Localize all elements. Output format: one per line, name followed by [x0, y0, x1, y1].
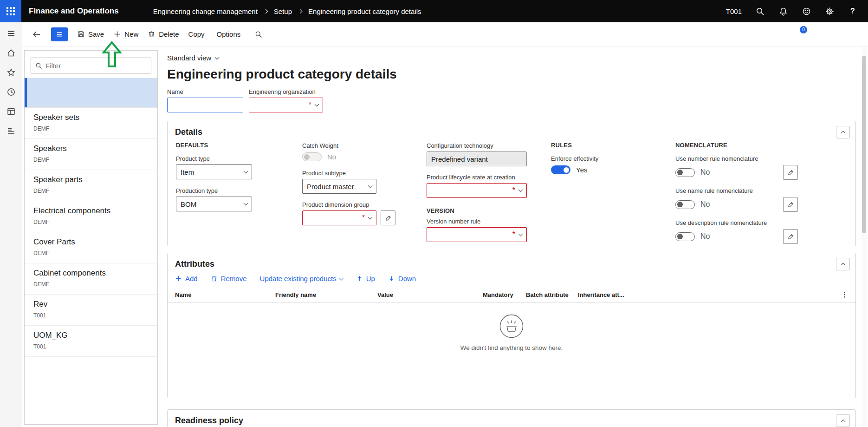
move-up-button[interactable]: Up — [356, 275, 375, 282]
column-header-batch-attribute[interactable]: Batch attribute — [526, 291, 578, 298]
up-label: Up — [366, 275, 375, 282]
chevron-down-icon — [518, 188, 523, 192]
name-rule-nomenclature-toggle[interactable] — [675, 200, 695, 209]
list-item[interactable]: Speakers DEMF — [25, 139, 157, 170]
required-asterisk: * — [309, 101, 311, 109]
actionbar-search-icon[interactable] — [253, 29, 264, 39]
breadcrumb-item-page[interactable]: Engineering product category details — [308, 7, 421, 15]
category-org: DEMF — [33, 219, 151, 225]
star-icon[interactable] — [6, 68, 16, 77]
category-name: Speaker sets — [33, 113, 151, 122]
lifecycle-state-combobox[interactable]: * — [427, 183, 527, 198]
copy-button[interactable]: Copy — [188, 30, 205, 38]
filter-input[interactable] — [45, 62, 147, 70]
list-item[interactable]: Speaker sets DEMF — [25, 108, 157, 139]
smiley-feedback-icon[interactable] — [801, 6, 811, 16]
version-number-rule-combobox[interactable]: * — [427, 227, 527, 242]
name-field-group: Name — [167, 88, 243, 112]
production-type-dropdown[interactable]: BOM — [176, 197, 252, 211]
list-item-selected-new[interactable] — [25, 78, 157, 108]
enforce-effectivity-label: Enforce effectivity — [551, 155, 675, 162]
top-navigation-bar: Finance and Operations Engineering chang… — [0, 0, 868, 22]
category-name: Speaker parts — [33, 175, 151, 184]
save-icon — [77, 30, 85, 38]
header-fields: Name Engineering organization * — [167, 88, 856, 112]
update-existing-products-button[interactable]: Update existing products — [260, 275, 343, 282]
list-icon[interactable] — [6, 126, 16, 136]
category-org: DEMF — [33, 125, 151, 132]
list-item[interactable]: Electrical components DEMF — [25, 201, 157, 232]
column-header-value[interactable]: Value — [377, 291, 483, 298]
product-subtype-dropdown[interactable]: Product master — [302, 179, 376, 194]
breadcrumb-item-setup[interactable]: Setup — [274, 7, 292, 15]
help-icon[interactable]: ? — [848, 6, 858, 16]
category-list-panel: Speaker sets DEMF Speakers DEMF Speaker … — [24, 50, 158, 425]
catch-weight-value: No — [327, 153, 336, 161]
filter-box — [31, 58, 151, 73]
open-in-new-icon[interactable] — [849, 29, 859, 39]
description-rule-nomenclature-value: No — [700, 232, 710, 241]
app-launcher-button[interactable] — [0, 0, 21, 22]
name-field-label: Name — [167, 88, 243, 95]
list-item[interactable]: Speaker parts DEMF — [25, 170, 157, 201]
name-rule-nomenclature-label: Use name rule nomenclature — [675, 187, 798, 194]
bell-icon[interactable] — [778, 6, 788, 16]
diamond-icon[interactable] — [759, 29, 770, 39]
delete-button[interactable]: Delete — [148, 30, 179, 38]
environment-label[interactable]: T001 — [726, 7, 742, 15]
product-subtype-label: Product subtype — [302, 170, 427, 177]
search-icon[interactable] — [755, 6, 765, 16]
edit-name-rule-button[interactable] — [783, 197, 798, 212]
column-header-inheritance[interactable]: Inheritance att... — [578, 291, 841, 298]
attributes-collapse-button[interactable] — [836, 258, 850, 270]
refresh-icon[interactable] — [826, 29, 836, 39]
list-item[interactable]: UOM_KG T001 — [25, 326, 157, 357]
readiness-collapse-button[interactable] — [836, 414, 850, 427]
remove-attribute-button[interactable]: Remove — [211, 275, 247, 282]
add-attribute-button[interactable]: Add — [175, 275, 198, 282]
name-input[interactable] — [167, 98, 243, 112]
description-rule-nomenclature-toggle[interactable] — [675, 232, 695, 241]
new-button[interactable]: New — [113, 30, 138, 38]
move-down-button[interactable]: Down — [388, 275, 416, 282]
product-type-dropdown[interactable]: Item — [176, 164, 252, 179]
gear-icon[interactable] — [824, 6, 835, 16]
edit-dimension-group-button[interactable] — [381, 210, 395, 225]
edit-description-rule-button[interactable] — [783, 229, 798, 244]
details-body: DEFAULTS Product type Item Production ty… — [168, 137, 855, 244]
copy-label: Copy — [188, 30, 205, 38]
chevron-down-icon — [368, 184, 373, 188]
chevron-down-icon — [215, 55, 220, 59]
pages-icon[interactable] — [782, 29, 792, 39]
grid-icon[interactable] — [6, 107, 16, 116]
list-item[interactable]: Rev T001 — [25, 295, 157, 326]
save-button[interactable]: Save — [77, 30, 104, 38]
details-collapse-button[interactable] — [836, 126, 850, 138]
arrow-up-icon — [356, 275, 363, 282]
column-options-icon[interactable]: ⋮ — [841, 290, 848, 299]
enforce-effectivity-toggle[interactable] — [551, 165, 570, 174]
number-rule-nomenclature-toggle[interactable] — [675, 168, 695, 177]
column-header-name[interactable]: Name — [175, 291, 275, 298]
description-rule-nomenclature-row: Use description rule nomenclature No — [675, 219, 798, 244]
options-menu-button[interactable]: Options — [217, 30, 241, 38]
chevron-right-icon — [263, 9, 268, 13]
flag-icon[interactable]: 0 — [804, 29, 814, 39]
edit-number-rule-button[interactable] — [783, 165, 798, 180]
column-header-mandatory[interactable]: Mandatory — [483, 291, 526, 298]
scrollbar-thumb[interactable] — [862, 56, 866, 233]
engineering-organization-combobox[interactable]: * — [249, 98, 323, 112]
home-icon[interactable] — [6, 48, 16, 58]
hamburger-menu-icon[interactable] — [6, 29, 16, 38]
product-dimension-group-combobox[interactable]: * — [302, 210, 376, 225]
column-header-friendly-name[interactable]: Friendly name — [275, 291, 377, 298]
breadcrumb-item-module[interactable]: Engineering change management — [153, 7, 258, 15]
name-rule-nomenclature-value: No — [700, 200, 710, 209]
view-selector[interactable]: Standard view — [167, 54, 219, 62]
enforce-effectivity-value: Yes — [576, 166, 587, 174]
clock-icon[interactable] — [6, 87, 16, 97]
panel-menu-button[interactable] — [51, 27, 68, 41]
list-item[interactable]: Cabinet components DEMF — [25, 263, 157, 295]
back-arrow-icon[interactable] — [32, 29, 42, 39]
list-item[interactable]: Cover Parts DEMF — [25, 232, 157, 263]
